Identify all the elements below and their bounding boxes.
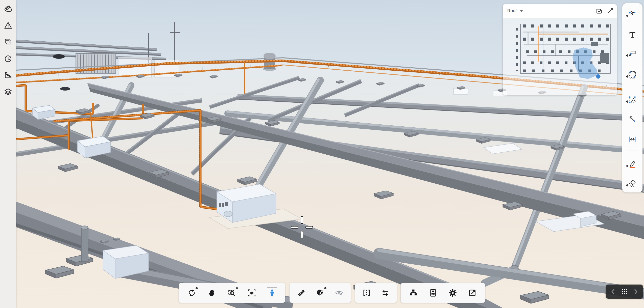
zoom-fit-icon	[247, 288, 256, 297]
pen-icon	[628, 159, 637, 169]
swap-arrows-icon	[381, 288, 390, 297]
levels-chart-icon	[3, 71, 13, 80]
fullscreen-tool-button[interactable]	[465, 286, 480, 300]
pan-hand-icon	[208, 289, 216, 297]
model-tree-icon	[409, 288, 418, 297]
view-navigator	[606, 285, 643, 299]
sidebar-item-markups[interactable]	[2, 3, 14, 15]
fullscreen-icon	[468, 288, 477, 297]
section-box-tool-button[interactable]	[313, 286, 327, 300]
arrow-tool-button[interactable]	[625, 112, 639, 126]
flyout-indicator	[626, 100, 628, 103]
walk-flyout-line	[267, 287, 277, 288]
swap-views-tool-button[interactable]	[378, 286, 392, 300]
measure-ruler-icon	[297, 288, 306, 297]
chevron-left-icon	[611, 289, 615, 295]
sheet-name: Roof	[507, 8, 517, 13]
fill-bucket-icon	[628, 179, 637, 188]
model-toolbar-group	[401, 283, 485, 303]
toolbar-divider	[627, 151, 638, 151]
history-clock-icon	[3, 54, 13, 64]
shape-icon	[628, 95, 637, 104]
markup-toolbar	[622, 3, 642, 192]
flyout-indicator	[626, 75, 628, 78]
flyout-indicator	[626, 184, 628, 186]
callout-icon	[628, 49, 637, 58]
text-tool-button[interactable]	[625, 28, 639, 42]
callout-tool-button[interactable]	[625, 46, 639, 61]
nav-toolbar-group	[179, 283, 285, 303]
zoom-window-tool-button[interactable]	[225, 286, 239, 300]
sheets-report-icon	[3, 37, 13, 47]
clip-plane-tool-button[interactable]	[360, 286, 374, 300]
sheet-thumbnail-button[interactable]	[595, 7, 603, 15]
measure-toolbar-group	[290, 283, 351, 303]
shape-tool-button[interactable]	[625, 93, 639, 107]
app-window: Roof	[0, 0, 644, 308]
cloud-markup-tool-button[interactable]	[625, 67, 639, 81]
expand-minimap-button[interactable]	[606, 7, 614, 15]
walk-person-icon	[268, 289, 276, 297]
markup-cloud-icon	[3, 4, 13, 14]
sidebar-item-sheets[interactable]	[2, 36, 14, 48]
flyout-indicator	[236, 287, 238, 289]
visibility-tool-button[interactable]	[332, 286, 346, 300]
properties-panel-icon	[428, 288, 438, 297]
settings-tool-button[interactable]	[446, 286, 460, 300]
walk-tool-button[interactable]	[265, 286, 279, 300]
orbit-tool-button[interactable]	[185, 286, 199, 300]
sidebar-item-history[interactable]	[2, 53, 14, 65]
warning-issues-icon	[3, 21, 13, 30]
chevron-right-icon	[634, 289, 638, 295]
clip-toolbar-group	[355, 283, 397, 303]
orbit-icon	[187, 288, 196, 297]
settings-gear-icon	[448, 288, 457, 297]
dimension-tool-button[interactable]	[625, 132, 639, 146]
flyout-indicator	[196, 287, 198, 289]
dimension-icon	[628, 135, 637, 144]
minimap-panel: Roof	[503, 4, 617, 95]
zoom-window-icon	[227, 288, 236, 297]
properties-tool-button[interactable]	[426, 286, 440, 300]
flyout-indicator	[626, 54, 628, 57]
sheet-thumbnail-icon	[596, 8, 603, 14]
grid-icon	[621, 288, 628, 295]
prev-view-button[interactable]	[608, 287, 617, 297]
text-icon	[628, 31, 637, 39]
visibility-eye-icon	[335, 288, 344, 297]
flyout-indicator	[626, 15, 628, 17]
minimap-floorplan[interactable]	[503, 18, 617, 95]
pan-tool-button[interactable]	[205, 286, 219, 300]
views-grid-button[interactable]	[620, 287, 629, 297]
minimap-header: Roof	[503, 4, 617, 18]
expand-icon	[607, 8, 613, 14]
pen-tool-button[interactable]	[625, 157, 639, 171]
floorplan-drawing	[503, 18, 617, 95]
zoom-fit-tool-button[interactable]	[245, 286, 259, 300]
camera-position-dot	[596, 74, 601, 79]
sidebar-item-layers[interactable]	[2, 86, 14, 98]
measure-tool-button[interactable]	[294, 286, 308, 300]
section-box-icon	[316, 288, 325, 297]
clip-plane-icon	[362, 288, 371, 297]
flyout-indicator	[626, 165, 628, 167]
scribble-tool-button[interactable]	[625, 7, 639, 21]
next-view-button[interactable]	[631, 287, 640, 297]
model-tree-tool-button[interactable]	[406, 286, 420, 300]
flyout-indicator	[324, 287, 326, 289]
fill-tool-button[interactable]	[625, 176, 639, 190]
cloud-region-icon	[628, 70, 637, 79]
sidebar-item-levels[interactable]	[2, 70, 14, 81]
chevron-down-icon	[520, 10, 523, 12]
scribble-icon	[628, 10, 637, 18]
sidebar-item-issues[interactable]	[2, 20, 14, 31]
left-sidebar	[0, 0, 16, 308]
sheet-selector-dropdown[interactable]: Roof	[503, 8, 523, 13]
arrow-icon	[628, 115, 637, 124]
layers-icon	[3, 87, 13, 97]
